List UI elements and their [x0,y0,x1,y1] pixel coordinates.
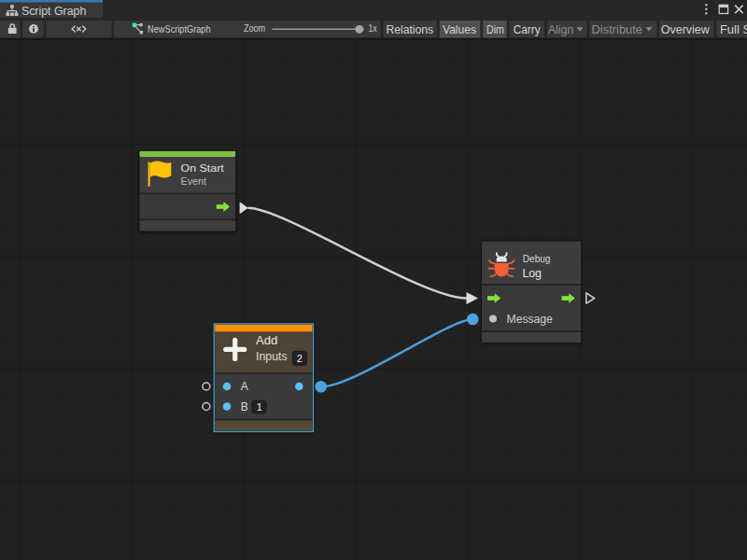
svg-text:A: A [241,380,248,393]
svg-text:Inputs: Inputs [256,350,288,363]
svg-text:1x: 1x [369,22,378,34]
svg-text:Debug: Debug [523,253,551,264]
svg-text:Script Graph: Script Graph [21,5,86,18]
svg-text:1: 1 [257,401,262,413]
svg-text:Dim: Dim [486,22,504,36]
svg-text:Carry: Carry [514,22,541,36]
svg-text:Full Scr: Full Scr [720,22,747,36]
svg-text:Values: Values [443,22,476,36]
svg-text:Zoom: Zoom [244,22,266,34]
svg-text:Overview: Overview [661,22,711,36]
svg-text:Add: Add [256,334,277,347]
svg-text:Log: Log [522,266,542,280]
svg-text:Event: Event [181,176,207,187]
svg-text:Relations: Relations [386,22,433,36]
svg-text:B: B [241,400,248,413]
svg-text:Distribute: Distribute [592,22,643,36]
svg-text:Message: Message [507,313,554,326]
svg-text:2: 2 [297,353,303,364]
svg-text:NewScriptGraph: NewScriptGraph [148,23,211,35]
svg-text:Align: Align [548,22,573,36]
svg-text:On Start: On Start [181,162,225,174]
